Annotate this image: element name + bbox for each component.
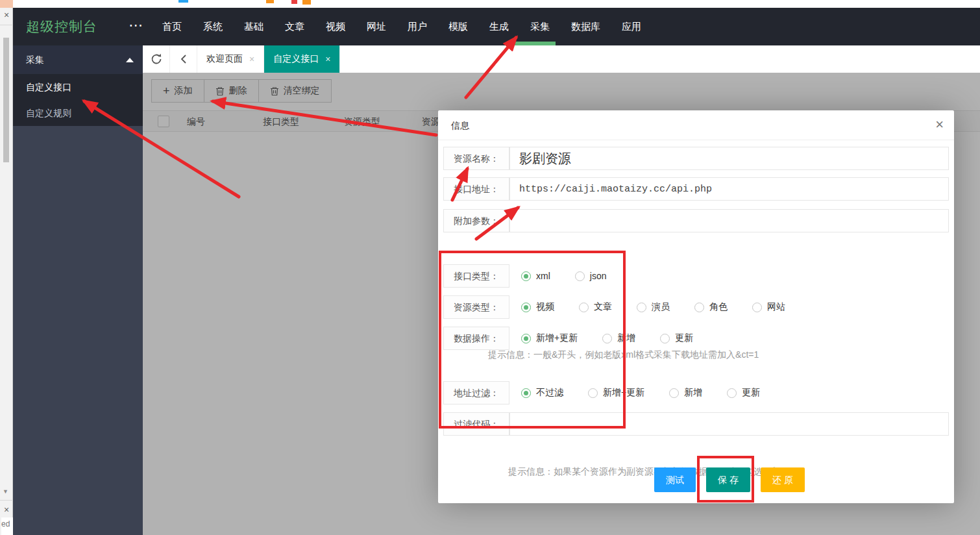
radio-option[interactable]: 新增 xyxy=(602,332,635,344)
radio-option-label: xml xyxy=(536,271,550,281)
tab-label: 欢迎页面 xyxy=(206,53,243,65)
radio-row-address-filter: 地址过滤： 不过滤新增+更新新增更新 xyxy=(443,381,949,404)
radio-option[interactable]: 新增 xyxy=(669,387,702,399)
background-window-strip: × ▼ × ed xyxy=(0,0,13,535)
modal-button[interactable]: 测试 xyxy=(654,467,696,492)
radio-option-label: 更新 xyxy=(675,332,693,344)
close-icon[interactable]: × xyxy=(2,505,11,514)
refresh-button[interactable] xyxy=(143,45,170,73)
radio-option[interactable]: 新增+更新 xyxy=(521,332,578,344)
tabs: 欢迎页面×自定义接口× xyxy=(197,45,340,73)
tab-close-icon[interactable]: × xyxy=(249,54,254,64)
nav-item[interactable]: 网址 xyxy=(367,21,386,33)
nav-item[interactable]: 数据库 xyxy=(571,21,600,33)
tab-close-icon[interactable]: × xyxy=(325,54,330,64)
radio-icon[interactable] xyxy=(727,388,737,398)
sidebar-item[interactable]: 自定义接口 xyxy=(13,74,143,100)
favicon-fragment xyxy=(291,0,297,4)
radio-option-label: json xyxy=(590,271,607,281)
tabbar: 欢迎页面×自定义接口× xyxy=(143,45,980,73)
interface-type-label: 接口类型： xyxy=(443,264,509,288)
radio-selected-icon[interactable] xyxy=(521,334,531,343)
browser-edge-strip xyxy=(13,0,980,8)
sidebar-items: 自定义接口自定义规则 xyxy=(13,74,143,126)
filter-code-label: 过滤代码： xyxy=(443,412,509,436)
tab[interactable]: 自定义接口× xyxy=(264,45,340,73)
radio-option[interactable]: 视频 xyxy=(521,301,554,313)
radio-icon[interactable] xyxy=(752,303,762,312)
resource-name-input[interactable] xyxy=(509,147,949,170)
address-filter-label: 地址过滤： xyxy=(443,381,509,404)
tab[interactable]: 欢迎页面× xyxy=(197,45,264,73)
modal-footer: 测试保 存还 原 xyxy=(654,467,805,492)
more-icon[interactable]: ⋯ xyxy=(129,8,144,43)
nav-item[interactable]: 基础 xyxy=(244,21,263,33)
radio-option[interactable]: 更新 xyxy=(727,387,760,399)
modal-button[interactable]: 保 存 xyxy=(706,467,750,492)
radio-row-resource-type: 资源类型： 视频文章演员角色网站 xyxy=(443,295,949,319)
filter-code-input[interactable] xyxy=(509,412,949,436)
field-row-filter-code: 过滤代码： xyxy=(443,412,949,436)
radio-option[interactable]: 不过滤 xyxy=(521,387,563,399)
radio-option-label: 角色 xyxy=(709,301,728,313)
nav-item[interactable]: 文章 xyxy=(285,21,304,33)
radio-icon[interactable] xyxy=(637,303,646,312)
nav-item[interactable]: 模版 xyxy=(448,21,468,33)
top-nav: 首页系统基础文章视频网址用户模版生成采集数据库应用 xyxy=(162,8,641,45)
divider xyxy=(0,25,13,25)
nav-item[interactable]: 系统 xyxy=(203,21,223,33)
info-modal: 信息 × 资源名称： 接口地址： 附加参数： 提示信息：一般&开头，例如老版xm… xyxy=(438,110,954,503)
radio-selected-icon[interactable] xyxy=(521,303,531,312)
radio-icon[interactable] xyxy=(588,388,598,398)
radio-icon[interactable] xyxy=(579,303,589,312)
radio-option[interactable]: 演员 xyxy=(637,301,670,313)
divider xyxy=(0,500,13,501)
chevron-left-icon xyxy=(178,53,189,65)
tab-label: 自定义接口 xyxy=(273,53,319,65)
field-row-extra-params: 附加参数： xyxy=(443,209,949,232)
radio-option-label: 视频 xyxy=(536,301,554,313)
radio-option[interactable]: xml xyxy=(521,271,550,281)
nav-item[interactable]: 应用 xyxy=(622,21,641,33)
radio-icon[interactable] xyxy=(602,334,612,343)
scrollbar-thumb[interactable] xyxy=(3,38,9,162)
radio-selected-icon[interactable] xyxy=(521,271,531,281)
radio-option[interactable]: 更新 xyxy=(660,332,693,344)
close-icon[interactable]: × xyxy=(2,10,11,19)
background-partial-text: ed xyxy=(1,517,13,535)
radio-option-label: 新增 xyxy=(684,387,702,399)
scroll-down-icon[interactable]: ▼ xyxy=(3,488,8,495)
radio-icon[interactable] xyxy=(575,271,585,281)
api-url-input[interactable] xyxy=(509,177,949,201)
radio-option-label: 网站 xyxy=(767,301,785,313)
radio-icon[interactable] xyxy=(694,303,704,312)
app-title: 超级控制台 xyxy=(26,8,97,45)
radio-selected-icon[interactable] xyxy=(521,388,531,398)
radio-option-label: 演员 xyxy=(652,301,670,313)
sidebar-item[interactable]: 自定义规则 xyxy=(13,100,143,126)
address-filter-options: 不过滤新增+更新新增更新 xyxy=(521,381,760,404)
radio-option[interactable]: 网站 xyxy=(752,301,785,313)
radio-row-interface-type: 接口类型： xmljson xyxy=(443,264,949,288)
radio-option[interactable]: 角色 xyxy=(694,301,728,313)
tab-scroll-left-button[interactable] xyxy=(170,45,197,73)
close-icon[interactable]: × xyxy=(935,117,944,132)
nav-item[interactable]: 视频 xyxy=(326,21,345,33)
extra-params-hint: 提示信息：一般&开头，例如老版xml格式采集下载地址需加入&ct=1 xyxy=(488,349,759,361)
radio-option[interactable]: json xyxy=(575,271,607,281)
nav-item[interactable]: 用户 xyxy=(408,21,427,33)
modal-button[interactable]: 还 原 xyxy=(761,467,805,492)
resource-type-options: 视频文章演员角色网站 xyxy=(521,295,785,319)
extra-params-input[interactable] xyxy=(509,209,949,232)
nav-item[interactable]: 首页 xyxy=(162,21,182,33)
nav-item[interactable]: 采集 xyxy=(530,21,550,33)
sidebar-group-caiji[interactable]: 采集 xyxy=(13,45,143,74)
radio-icon[interactable] xyxy=(669,388,679,398)
modal-header: 信息 × xyxy=(438,110,954,140)
radio-option-label: 更新 xyxy=(742,387,760,399)
resource-type-label: 资源类型： xyxy=(443,295,509,319)
radio-option[interactable]: 新增+更新 xyxy=(588,387,644,399)
nav-item[interactable]: 生成 xyxy=(489,21,509,33)
radio-option[interactable]: 文章 xyxy=(579,301,612,313)
radio-icon[interactable] xyxy=(660,334,670,343)
